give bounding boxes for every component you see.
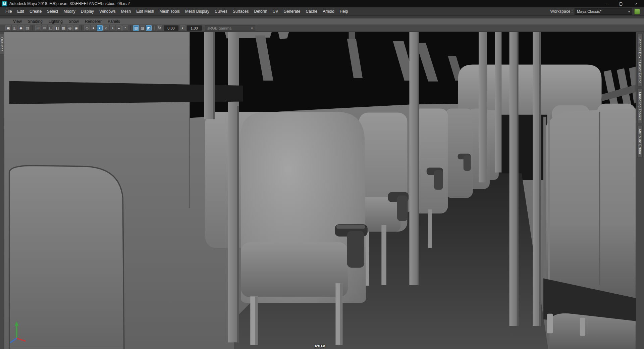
maya-app-icon[interactable]: M — [2, 1, 7, 6]
menu-mesh[interactable]: Mesh — [118, 9, 133, 14]
grid-icon[interactable]: ⊞ — [35, 25, 41, 31]
panel-menubar: View Shading Lighting Show Renderer Pane… — [0, 18, 644, 24]
window-controls: – ▢ × — [598, 0, 644, 7]
bookmark-icon[interactable]: ◆ — [18, 25, 24, 31]
tab-modeling-toolkit[interactable]: Modeling Toolkit — [637, 89, 643, 123]
camera-icon[interactable]: ▣ — [5, 25, 11, 31]
view-transform-value: sRGB gamma — [207, 26, 231, 30]
safe-title-icon[interactable]: ◉ — [73, 25, 79, 31]
left-dock: Outliner — [0, 32, 4, 349]
panel-menu-view[interactable]: View — [10, 19, 25, 24]
gamma-icon[interactable]: ◗ — [180, 25, 185, 31]
shadows-icon[interactable]: ◑ — [110, 25, 115, 31]
menu-generate[interactable]: Generate — [281, 9, 303, 14]
tab-channel-box-layer-editor[interactable]: Channel Box / Layer Editor — [637, 33, 643, 87]
tab-attribute-editor[interactable]: Attribute Editor — [637, 125, 643, 158]
image-plane-icon[interactable]: ▤ — [24, 25, 30, 31]
menu-arnold[interactable]: Arnold — [320, 9, 337, 14]
film-gate-icon[interactable]: ▭ — [42, 25, 47, 31]
minimize-button[interactable]: – — [598, 0, 613, 7]
menu-edit-mesh[interactable]: Edit Mesh — [133, 9, 157, 14]
textured-icon[interactable]: ◐ — [97, 25, 103, 31]
isolate-select-icon[interactable]: ▧ — [133, 25, 139, 31]
wireframe-icon[interactable]: ◇ — [84, 25, 90, 31]
restore-button[interactable]: ▢ — [613, 0, 629, 7]
main-menubar: File Edit Create Select Modify Display W… — [0, 7, 644, 16]
workspace-label: Workspace : — [550, 9, 573, 14]
menu-cache[interactable]: Cache — [303, 9, 320, 14]
chevron-down-icon: ▾ — [251, 26, 253, 31]
main-area: Outliner — [0, 32, 644, 349]
menu-windows[interactable]: Windows — [97, 9, 118, 14]
chevron-down-icon: ▾ — [628, 10, 630, 13]
menu-display[interactable]: Display — [78, 9, 97, 14]
menu-help[interactable]: Help — [337, 9, 351, 14]
close-button[interactable]: × — [629, 0, 644, 7]
field-chart-icon[interactable]: ▦ — [61, 25, 66, 31]
menu-surfaces[interactable]: Surfaces — [230, 9, 251, 14]
workspace-value: Maya Classic* — [577, 9, 601, 13]
exposure-icon[interactable]: ↻ — [157, 25, 162, 31]
resolution-gate-icon[interactable]: ▢ — [48, 25, 54, 31]
menu-edit[interactable]: Edit — [14, 9, 27, 14]
panel-menu-renderer[interactable]: Renderer — [82, 19, 105, 24]
workspace-lock-icon[interactable] — [634, 9, 640, 14]
panel-menu-shading[interactable]: Shading — [25, 19, 46, 24]
toolbar-separator — [82, 26, 82, 31]
camera-attributes-icon[interactable]: ◫ — [12, 25, 17, 31]
gamma-field[interactable] — [187, 26, 202, 31]
toolbar-separator — [130, 26, 131, 31]
workspace-selector[interactable]: Maya Classic* ▾ — [575, 8, 632, 15]
panel-menu-show[interactable]: Show — [66, 19, 82, 24]
gate-mask-icon[interactable]: ◧ — [54, 25, 60, 31]
menu-select[interactable]: Select — [44, 9, 61, 14]
shaded-icon[interactable]: ● — [91, 25, 96, 31]
ao-icon[interactable]: ◒ — [116, 25, 122, 31]
lights-icon[interactable]: ☼ — [103, 25, 109, 31]
toolbar-separator — [33, 26, 33, 31]
menu-modify[interactable]: Modify — [61, 9, 78, 14]
menu-mesh-tools[interactable]: Mesh Tools — [157, 9, 182, 14]
window-titlebar: M Autodesk Maya 2018: F:\0pavan_3D\FREEL… — [0, 0, 644, 7]
exposure-field[interactable] — [164, 26, 178, 31]
menu-mesh-display[interactable]: Mesh Display — [182, 9, 212, 14]
toolbar-separator — [154, 26, 154, 31]
view-transform-dropdown[interactable]: sRGB gamma ▾ — [205, 25, 255, 31]
plugin-shapes-icon[interactable]: ◩ — [146, 25, 152, 31]
viewport-3d-scene[interactable]: persp — [4, 32, 636, 349]
right-dock: Channel Box / Layer Editor Modeling Tool… — [636, 32, 644, 349]
panel-menu-panels[interactable]: Panels — [105, 19, 123, 24]
menu-uv[interactable]: UV — [270, 9, 281, 14]
toolbar-gap — [0, 16, 644, 18]
safe-action-icon[interactable]: ◎ — [67, 25, 73, 31]
motion-blur-icon[interactable]: ◓ — [122, 25, 128, 31]
menu-curves[interactable]: Curves — [212, 9, 230, 14]
menu-deform[interactable]: Deform — [251, 9, 270, 14]
camera-name-label: persp — [315, 343, 325, 347]
panel-menu-lighting[interactable]: Lighting — [46, 19, 66, 24]
menu-file[interactable]: File — [3, 9, 14, 14]
bus-interior-render — [4, 32, 636, 349]
viewport-toolbar: ▣ ◫ ◆ ▤ ⊞ ▭ ▢ ◧ ▦ ◎ ◉ ◇ ● ◐ ☼ ◑ ◒ ◓ ▧ ▨ … — [0, 24, 644, 32]
xray-icon[interactable]: ▨ — [140, 25, 145, 31]
window-title: Autodesk Maya 2018: F:\0pavan_3D\FREELAN… — [9, 1, 598, 6]
menu-create[interactable]: Create — [27, 9, 44, 14]
